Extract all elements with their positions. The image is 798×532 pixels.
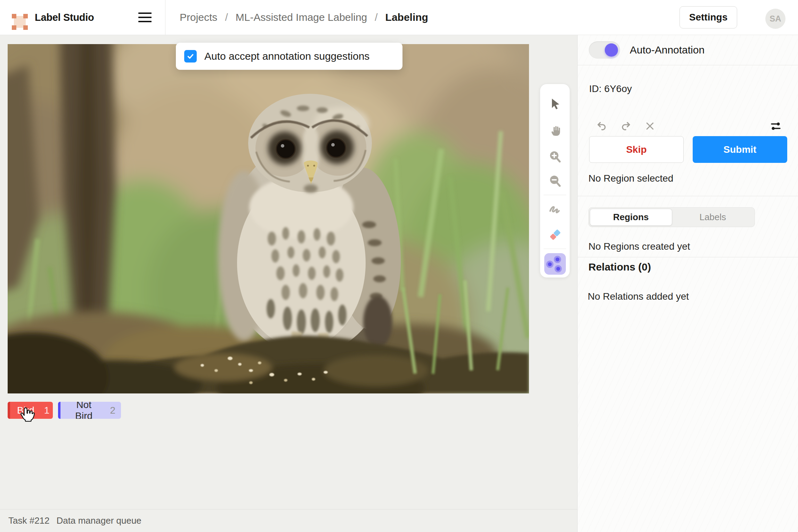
toggle-knob [605, 43, 618, 57]
regions-labels-tabs: Regions Labels [588, 207, 755, 227]
toolbar-separator [544, 195, 566, 195]
brush-icon [548, 202, 562, 216]
annotation-image[interactable] [8, 44, 529, 393]
submit-button[interactable]: Submit [693, 136, 787, 163]
auto-annotation-toggle[interactable] [589, 41, 620, 59]
settings-button[interactable]: Settings [679, 6, 737, 28]
tab-regions[interactable]: Regions [590, 209, 672, 226]
label-button-not-bird[interactable]: Not Bird 2 [58, 402, 121, 419]
no-relations-text: No Relations added yet [588, 291, 689, 302]
no-region-selected-text: No Region selected [588, 173, 673, 184]
zoom-out-icon [548, 174, 562, 188]
tab-labels[interactable]: Labels [672, 209, 754, 226]
cursor-icon [549, 98, 561, 110]
smart-magic-icon [544, 253, 566, 275]
view-settings-button[interactable] [768, 118, 783, 134]
skip-button[interactable]: Skip [589, 136, 684, 163]
brand-title: Label Studio [35, 0, 94, 35]
label-hotkey: 1 [34, 405, 53, 416]
pan-tool-button[interactable] [545, 121, 565, 140]
queue-name: Data manager queue [57, 515, 141, 526]
eraser-icon [548, 227, 562, 242]
label-studio-logo-icon[interactable] [12, 14, 28, 30]
label-button-bird[interactable]: Bird 1 [8, 402, 53, 419]
relations-title: Relations (0) [588, 261, 651, 273]
labeling-canvas: Auto accept annotation suggestions [0, 35, 577, 532]
label-text: Bird [10, 405, 34, 416]
sliders-icon [770, 120, 781, 132]
zoom-in-tool-button[interactable] [545, 147, 565, 166]
header-divider [165, 0, 165, 35]
no-regions-text: No Regions created yet [588, 241, 690, 252]
brush-tool-button[interactable] [545, 199, 565, 219]
sidebar-divider [578, 257, 798, 257]
label-color-stripe [58, 402, 60, 419]
task-number: Task #212 [8, 515, 50, 526]
breadcrumb-projects[interactable]: Projects [180, 11, 217, 23]
breadcrumb: Projects / ML-Assisted Image Labeling / … [180, 0, 428, 35]
checkmark-icon [186, 52, 195, 60]
cursor-tool-button[interactable] [545, 94, 565, 114]
reset-button[interactable] [642, 118, 658, 134]
label-text: Not Bird [60, 402, 100, 419]
auto-accept-label: Auto accept annotation suggestions [204, 50, 369, 62]
sidebar-divider [578, 196, 798, 196]
undo-button[interactable] [594, 118, 609, 134]
zoom-in-icon [548, 150, 562, 163]
eraser-tool-button[interactable] [545, 225, 565, 244]
auto-annotation-label: Auto-Annotation [630, 35, 705, 65]
task-status-bar: Task #212 Data manager queue [0, 509, 577, 532]
hand-icon [548, 124, 562, 137]
breadcrumb-separator: / [225, 11, 228, 23]
auto-accept-checkbox[interactable] [184, 50, 197, 63]
app-header: Label Studio Projects / ML-Assisted Imag… [0, 0, 798, 35]
avatar[interactable]: SA [765, 9, 785, 29]
undo-icon [596, 120, 607, 132]
annotation-sidebar: Auto-Annotation ID: 6Y6oy Skip Submit No… [577, 35, 798, 532]
breadcrumb-project-name[interactable]: ML-Assisted Image Labeling [236, 11, 367, 23]
breadcrumb-separator: / [375, 11, 377, 23]
menu-hamburger-icon[interactable] [135, 9, 155, 26]
breadcrumb-current-labeling: Labeling [385, 11, 428, 23]
zoom-out-tool-button[interactable] [545, 171, 565, 191]
redo-icon [620, 120, 632, 132]
close-icon [645, 121, 655, 131]
auto-annotation-row: Auto-Annotation [578, 35, 798, 65]
toolbar-separator [544, 249, 566, 249]
label-hotkey: 2 [100, 405, 121, 416]
auto-accept-card: Auto accept annotation suggestions [176, 43, 402, 70]
redo-button[interactable] [618, 118, 634, 134]
smart-magic-tool-button[interactable] [544, 253, 566, 275]
label-color-stripe [8, 402, 10, 419]
annotation-id: ID: 6Y6oy [589, 83, 632, 94]
image-toolbar [540, 84, 570, 278]
